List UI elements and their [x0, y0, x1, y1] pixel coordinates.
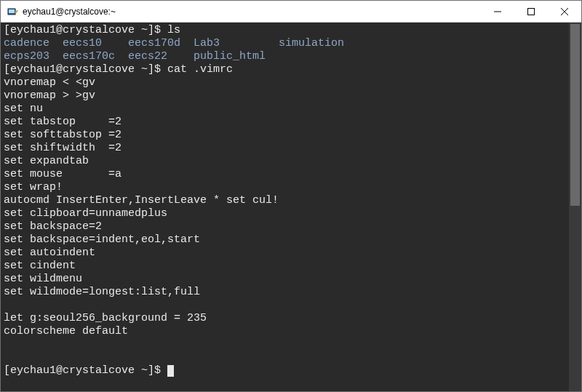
- prompt: [eychau1@crystalcove ~]$: [4, 24, 167, 36]
- file-line: set wildmenu: [4, 273, 82, 285]
- svg-rect-1: [9, 9, 15, 13]
- command-ls: ls: [167, 24, 180, 36]
- command-cat: cat .vimrc: [167, 63, 233, 76]
- ls-item: eecs170d: [128, 37, 194, 49]
- minimize-button[interactable]: [481, 1, 514, 22]
- file-line: set wrap!: [4, 181, 63, 193]
- file-line: autocmd InsertEnter,InsertLeave * set cu…: [4, 194, 279, 207]
- scrollbar[interactable]: [569, 23, 581, 391]
- file-line: set backspace=2: [4, 220, 102, 233]
- terminal-body[interactable]: [eychau1@crystalcove ~]$ ls cadence eecs…: [1, 23, 581, 391]
- file-line: set softtabstop =2: [4, 129, 121, 141]
- maximize-button[interactable]: [514, 1, 548, 22]
- file-line: vnoremap < <gv: [4, 76, 95, 89]
- ls-item: eecs170c: [63, 50, 128, 63]
- file-line: let g:seoul256_background = 235: [4, 312, 207, 324]
- file-line: set shiftwidth =2: [4, 142, 121, 154]
- file-line: set mouse =a: [4, 168, 121, 180]
- ls-item: eecs10: [63, 37, 128, 49]
- ls-item: simulation: [279, 37, 344, 49]
- ls-item: Lab3: [194, 37, 279, 49]
- file-line: vnoremap > >gv: [4, 89, 95, 102]
- prompt: [eychau1@crystalcove ~]$: [4, 364, 167, 377]
- file-line: set backspace=indent,eol,start: [4, 233, 200, 246]
- window-controls: [481, 1, 581, 22]
- svg-rect-3: [528, 8, 535, 15]
- file-line: set wildmode=longest:list,full: [4, 286, 200, 298]
- window-title: eychau1@crystalcove:~: [23, 7, 481, 17]
- putty-icon: [7, 6, 18, 17]
- prompt: [eychau1@crystalcove ~]$: [4, 63, 167, 76]
- file-line: set cindent: [4, 260, 76, 272]
- ls-item: cadence: [4, 37, 63, 49]
- scrollbar-thumb[interactable]: [570, 24, 580, 206]
- ls-item: public_html: [194, 50, 266, 63]
- file-line: colorscheme default: [4, 325, 128, 337]
- cursor: [167, 365, 174, 377]
- file-line: set nu: [4, 103, 43, 115]
- file-line: set autoindent: [4, 247, 95, 259]
- file-line: set clipboard=unnamedplus: [4, 207, 167, 220]
- ls-item: eecs22: [128, 50, 194, 63]
- close-button[interactable]: [548, 1, 581, 22]
- file-line: set expandtab: [4, 155, 89, 167]
- titlebar: eychau1@crystalcove:~: [1, 1, 581, 23]
- terminal-window: eychau1@crystalcove:~ [eychau1@crystalco…: [0, 0, 582, 392]
- file-line: set tabstop =2: [4, 116, 121, 128]
- ls-item: ecps203: [4, 50, 63, 63]
